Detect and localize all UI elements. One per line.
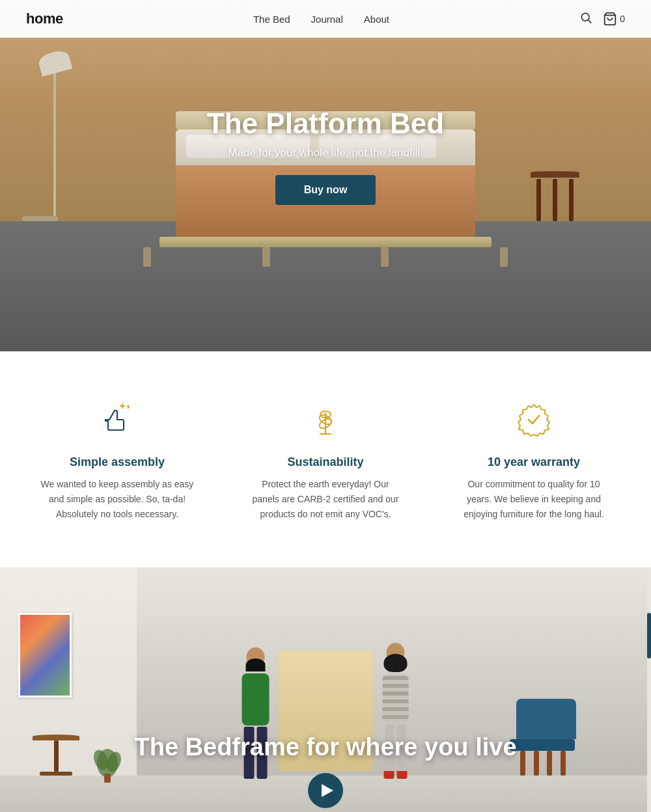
hero-subtitle: Made for your whole life, not the landfi… — [228, 146, 423, 159]
feature-desc-warranty: Our commitment to quality for 10 years. … — [456, 477, 612, 522]
video-content: The Bedframe for where you live — [0, 733, 651, 808]
feature-desc-sustainability: Protect the earth everyday! Our panels a… — [247, 477, 404, 522]
logo[interactable]: home — [26, 10, 63, 27]
nav-link-journal[interactable]: Journal — [311, 14, 343, 25]
cart-icon[interactable]: 0 — [603, 12, 625, 26]
nav-links: The Bed Journal About — [253, 14, 389, 25]
feature-title-assembly: Simple assembly — [39, 455, 195, 469]
feature-title-sustainability: Sustainability — [247, 455, 404, 469]
svg-line-1 — [589, 20, 592, 23]
hero-cta-button[interactable]: Buy now — [275, 175, 376, 205]
play-button[interactable] — [308, 773, 343, 808]
hero-content: The Platform Bed Made for your whole lif… — [0, 0, 651, 351]
hero-title: The Platform Bed — [207, 107, 444, 140]
badge-check-icon — [511, 397, 557, 442]
features-section: Simple assembly We wanted to keep assemb… — [0, 351, 651, 567]
navigation: home The Bed Journal About 0 — [0, 0, 651, 38]
hero-section: The Platform Bed Made for your whole lif… — [0, 0, 651, 351]
video-title: The Bedframe for where you live — [0, 733, 651, 761]
video-section: The Bedframe for where you live — [0, 567, 651, 812]
svg-point-0 — [582, 13, 590, 21]
thumbs-up-icon — [94, 397, 140, 442]
search-icon[interactable] — [579, 11, 592, 27]
scroll-indicator[interactable] — [647, 567, 651, 812]
nav-link-the-bed[interactable]: The Bed — [253, 14, 290, 25]
feature-sustainability: Sustainability Protect the earth everyda… — [247, 397, 404, 522]
play-triangle-icon — [322, 784, 333, 797]
nav-icons: 0 — [579, 11, 625, 27]
feature-title-warranty: 10 year warranty — [456, 455, 612, 469]
plant-icon — [303, 397, 348, 442]
scroll-thumb — [647, 613, 651, 658]
feature-warranty: 10 year warranty Our commitment to quali… — [456, 397, 612, 522]
feature-desc-assembly: We wanted to keep assembly as easy and s… — [39, 477, 195, 522]
nav-link-about[interactable]: About — [364, 14, 389, 25]
feature-simple-assembly: Simple assembly We wanted to keep assemb… — [39, 397, 195, 522]
wall-art — [18, 613, 72, 697]
cart-count: 0 — [620, 14, 625, 24]
